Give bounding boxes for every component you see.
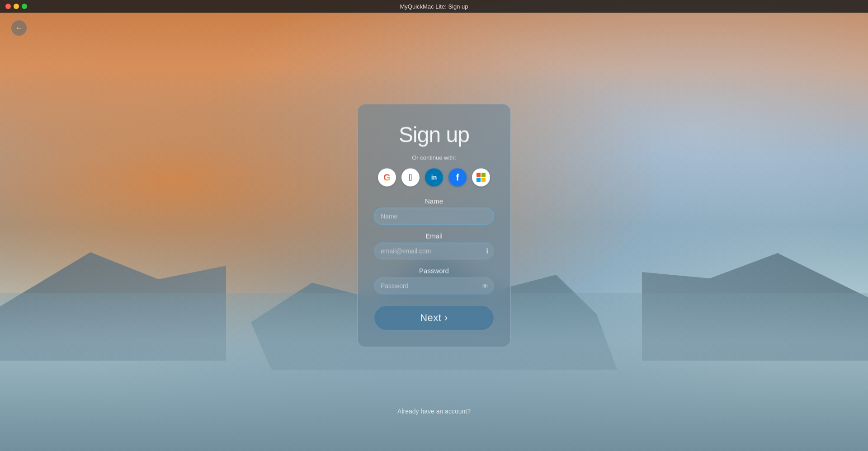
titlebar: MyQuickMac Lite: Sign up [0, 0, 868, 13]
email-field-wrapper: ℹ [374, 243, 494, 260]
email-info-icon[interactable]: ℹ [486, 247, 489, 255]
name-label: Name [374, 197, 494, 205]
apple-icon:  [409, 172, 412, 183]
back-button[interactable]: ← [11, 20, 27, 36]
linkedin-signin-button[interactable]: in [425, 169, 443, 187]
email-field-group: Email ℹ [374, 232, 494, 260]
back-arrow-icon: ← [15, 24, 23, 32]
facebook-icon: f [456, 172, 459, 183]
email-input[interactable] [374, 243, 494, 260]
minimize-button[interactable] [14, 4, 19, 9]
google-icon: G [383, 172, 391, 183]
apple-signin-button[interactable]:  [401, 169, 420, 187]
or-continue-text: Or continue with: [374, 155, 494, 161]
name-input[interactable] [374, 208, 494, 225]
window-title: MyQuickMac Lite: Sign up [400, 3, 468, 10]
password-label: Password [374, 267, 494, 275]
already-account-text[interactable]: Already have an account? [397, 408, 471, 415]
microsoft-signin-button[interactable] [472, 169, 490, 187]
maximize-button[interactable] [22, 4, 27, 9]
card-title: Sign up [374, 122, 494, 147]
linkedin-icon: in [431, 174, 437, 181]
microsoft-icon [476, 173, 486, 182]
traffic-lights [5, 4, 27, 9]
close-button[interactable] [5, 4, 11, 9]
next-button[interactable]: Next › [374, 305, 494, 331]
email-label: Email [374, 232, 494, 240]
password-field-wrapper: 👁 [374, 277, 494, 295]
password-toggle-icon[interactable]: 👁 [482, 282, 489, 290]
password-input[interactable] [374, 277, 494, 295]
google-signin-button[interactable]: G [378, 169, 396, 187]
signup-card: Sign up Or continue with: G  in f Name [357, 104, 511, 348]
name-field-wrapper [374, 208, 494, 225]
name-field-group: Name [374, 197, 494, 225]
facebook-signin-button[interactable]: f [448, 169, 467, 187]
password-field-group: Password 👁 [374, 267, 494, 295]
social-row: G  in f [374, 169, 494, 187]
